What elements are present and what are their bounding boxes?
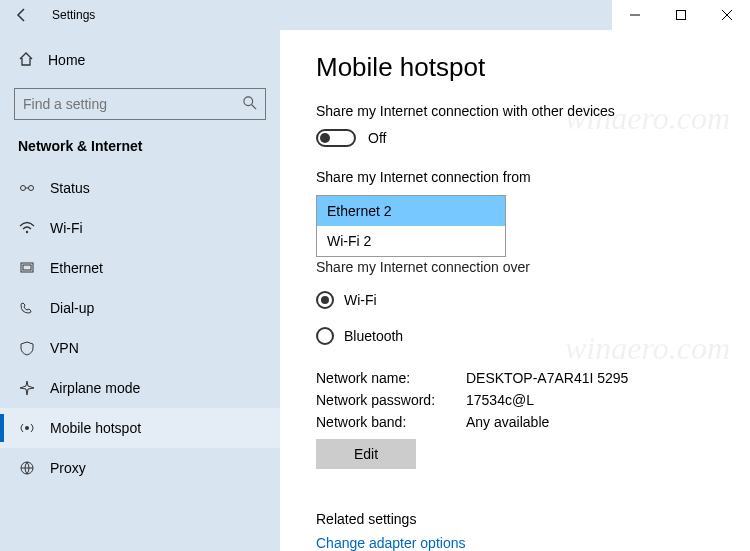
net-pwd-value: 17534c@L xyxy=(466,389,534,411)
search-field[interactable] xyxy=(23,96,243,112)
home-nav[interactable]: Home xyxy=(0,42,280,78)
sidebar-item-dialup[interactable]: Dial-up xyxy=(0,288,280,328)
home-icon xyxy=(18,51,34,70)
minimize-button[interactable] xyxy=(612,0,658,30)
dialup-icon xyxy=(18,300,36,316)
svg-point-4 xyxy=(244,96,253,105)
wifi-icon xyxy=(18,220,36,236)
sidebar-item-proxy[interactable]: Proxy xyxy=(0,448,280,488)
search-icon xyxy=(243,96,257,113)
page-title: Mobile hotspot xyxy=(316,52,742,83)
sidebar-item-wifi[interactable]: Wi-Fi xyxy=(0,208,280,248)
share-from-label: Share my Internet connection from xyxy=(316,169,742,185)
svg-rect-11 xyxy=(23,265,31,270)
svg-point-12 xyxy=(25,426,29,430)
toggle-state-text: Off xyxy=(368,130,386,146)
sidebar-item-ethernet[interactable]: Ethernet xyxy=(0,248,280,288)
nav-label: Dial-up xyxy=(50,300,94,316)
nav-label: Ethernet xyxy=(50,260,103,276)
svg-line-5 xyxy=(252,104,256,108)
sidebar-item-vpn[interactable]: VPN xyxy=(0,328,280,368)
net-name-label: Network name: xyxy=(316,367,466,389)
net-name-value: DESKTOP-A7AR41I 5295 xyxy=(466,367,628,389)
category-header: Network & Internet xyxy=(0,138,280,168)
title-bar: Settings xyxy=(0,0,750,30)
svg-point-7 xyxy=(29,186,34,191)
nav-label: Airplane mode xyxy=(50,380,140,396)
adapter-options-link[interactable]: Change adapter options xyxy=(316,535,742,551)
airplane-icon xyxy=(18,380,36,396)
radio-wifi[interactable] xyxy=(316,291,334,309)
svg-rect-1 xyxy=(677,11,686,20)
radio-wifi-row[interactable]: Wi-Fi xyxy=(316,285,742,315)
content-area: winaero.com winaero.com Mobile hotspot S… xyxy=(280,30,750,551)
share-toggle-label: Share my Internet connection with other … xyxy=(316,103,742,119)
close-button[interactable] xyxy=(704,0,750,30)
ethernet-icon xyxy=(18,260,36,276)
hotspot-icon xyxy=(18,420,36,436)
related-settings-header: Related settings xyxy=(316,511,742,527)
sidebar-item-hotspot[interactable]: Mobile hotspot xyxy=(0,408,280,448)
nav-label: Mobile hotspot xyxy=(50,420,141,436)
share-toggle[interactable] xyxy=(316,129,356,147)
svg-point-6 xyxy=(21,186,26,191)
radio-wifi-label: Wi-Fi xyxy=(344,292,377,308)
nav-label: Wi-Fi xyxy=(50,220,83,236)
window-title: Settings xyxy=(52,8,95,22)
dropdown-option[interactable]: Wi-Fi 2 xyxy=(317,226,505,256)
net-band-label: Network band: xyxy=(316,411,466,433)
nav-label: Status xyxy=(50,180,90,196)
share-from-dropdown[interactable]: Ethernet 2 Wi-Fi 2 xyxy=(316,195,506,257)
maximize-button[interactable] xyxy=(658,0,704,30)
proxy-icon xyxy=(18,460,36,476)
radio-bluetooth-row[interactable]: Bluetooth xyxy=(316,321,742,351)
radio-bluetooth[interactable] xyxy=(316,327,334,345)
share-over-label: Share my Internet connection over xyxy=(316,259,742,275)
radio-bluetooth-label: Bluetooth xyxy=(344,328,403,344)
back-button[interactable] xyxy=(0,0,44,30)
edit-button[interactable]: Edit xyxy=(316,439,416,469)
sidebar-item-airplane[interactable]: Airplane mode xyxy=(0,368,280,408)
vpn-icon xyxy=(18,340,36,356)
svg-point-9 xyxy=(26,231,28,233)
search-input[interactable] xyxy=(14,88,266,120)
sidebar-item-status[interactable]: Status xyxy=(0,168,280,208)
net-pwd-label: Network password: xyxy=(316,389,466,411)
network-properties: Network name:DESKTOP-A7AR41I 5295 Networ… xyxy=(316,367,742,469)
status-icon xyxy=(18,180,36,196)
nav-label: VPN xyxy=(50,340,79,356)
home-label: Home xyxy=(48,52,85,68)
net-band-value: Any available xyxy=(466,411,549,433)
nav-label: Proxy xyxy=(50,460,86,476)
sidebar: Home Network & Internet Status Wi-Fi Eth… xyxy=(0,30,280,551)
dropdown-option[interactable]: Ethernet 2 xyxy=(317,196,505,226)
